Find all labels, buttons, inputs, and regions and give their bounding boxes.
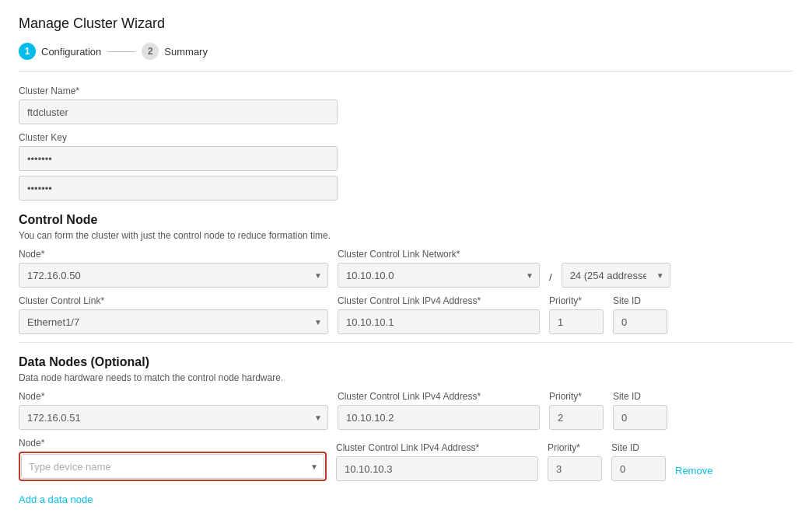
step-1: 1 Configuration [19,43,101,60]
dn2-node-field: Node* ▼ Type device name [19,438,327,481]
dn2-site-id-field: Site ID [611,442,666,481]
control-node-select[interactable]: 172.16.0.50 [19,263,328,288]
ccl-ipv4-input[interactable] [338,309,540,334]
wizard-container: Manage Cluster Wizard 1 Configuration 2 … [0,0,812,527]
dn2-site-id-label: Site ID [611,442,666,453]
site-id-field: Site ID [613,295,667,334]
section-divider [19,342,793,343]
control-node-row2: Cluster Control Link* Ethernet1/7 ▼ Clus… [19,295,793,334]
subnet-select-wrapper: 24 (254 addresses) ▼ [562,263,670,288]
cluster-key-input-2[interactable] [19,176,338,201]
subnet-label [562,249,670,260]
priority-field: Priority* [549,295,604,334]
ccl-network-label: Cluster Control Link Network* [338,249,540,260]
dn1-priority-input[interactable] [549,405,604,430]
remove-button[interactable]: Remove [675,465,712,481]
dn1-ccl-ipv4-label: Cluster Control Link IPv4 Address* [338,391,540,402]
data-nodes-subtext: Data node hardware needs to match the co… [19,372,793,383]
add-data-node-link[interactable]: Add a data node [19,494,93,505]
site-id-label: Site ID [613,295,667,306]
cluster-key-section: Cluster Key [19,132,793,201]
cluster-key-label: Cluster Key [19,132,793,143]
step-2: 2 Summary [142,43,208,60]
control-node-select-wrapper: 172.16.0.50 ▼ [19,263,328,288]
subnet-field: 24 (254 addresses) ▼ [562,249,670,288]
ccl-network-field: Cluster Control Link Network* 10.10.10.0… [338,249,540,288]
step-1-label: Configuration [41,46,101,58]
priority-label: Priority* [549,295,604,306]
site-id-input[interactable] [613,309,667,334]
step-2-label: Summary [164,46,208,58]
control-node-row1: Node* 172.16.0.50 ▼ Cluster Control Link… [19,249,793,288]
data-node-row1: Node* 172.16.0.51 ▼ Cluster Control Link… [19,391,793,430]
dn2-node-highlighted-border: ▼ Type device name [19,452,327,481]
control-node-heading: Control Node [19,213,793,227]
data-nodes-heading: Data Nodes (Optional) [19,355,793,369]
control-node-label: Node* [19,249,328,260]
wizard-steps: 1 Configuration 2 Summary [19,43,793,72]
ccl-network-select[interactable]: 10.10.10.0 [338,263,540,288]
ccl-network-select-wrapper: 10.10.10.0 ▼ [338,263,540,288]
dn1-priority-label: Priority* [549,391,604,402]
dn2-priority-field: Priority* [548,442,602,481]
dn1-ccl-ipv4-input[interactable] [338,405,540,430]
control-node-field: Node* 172.16.0.50 ▼ [19,249,328,288]
dn1-node-field: Node* 172.16.0.51 ▼ [19,391,328,430]
step-2-circle: 2 [142,43,159,60]
step-connector [107,51,135,52]
dn2-priority-input[interactable] [548,456,602,481]
ccl-ipv4-label: Cluster Control Link IPv4 Address* [338,295,540,306]
dn1-node-label: Node* [19,391,328,402]
step-1-circle: 1 [19,43,36,60]
cluster-name-label: Cluster Name* [19,86,793,96]
dn2-node-select[interactable] [21,454,324,479]
subnet-select[interactable]: 24 (254 addresses) [562,263,670,288]
cluster-name-input[interactable] [19,99,338,124]
control-node-subtext: You can form the cluster with just the c… [19,230,793,241]
dn2-ccl-ipv4-label: Cluster Control Link IPv4 Address* [336,442,538,453]
ccl-link-select[interactable]: Ethernet1/7 [19,309,328,334]
cluster-name-section: Cluster Name* [19,86,793,124]
dn2-ccl-ipv4-input[interactable] [336,456,538,481]
dn1-priority-field: Priority* [549,391,604,430]
dn1-site-id-label: Site ID [613,391,667,402]
dn1-node-select[interactable]: 172.16.0.51 [19,405,328,430]
dn2-ccl-ipv4-field: Cluster Control Link IPv4 Address* [336,442,538,481]
ccl-link-select-wrapper: Ethernet1/7 ▼ [19,309,328,334]
slash-divider: / [549,271,552,288]
dn2-priority-label: Priority* [548,442,602,453]
dn2-site-id-input[interactable] [611,456,666,481]
ccl-link-field: Cluster Control Link* Ethernet1/7 ▼ [19,295,328,334]
dn2-node-select-wrapper: ▼ Type device name [21,454,324,479]
dn1-ccl-ipv4-field: Cluster Control Link IPv4 Address* [338,391,540,430]
data-node-row2: Node* ▼ Type device name Cluster Control… [19,438,793,481]
ccl-link-label: Cluster Control Link* [19,295,328,306]
ccl-ipv4-field: Cluster Control Link IPv4 Address* [338,295,540,334]
dn2-node-label: Node* [19,438,327,448]
dn1-node-select-wrapper: 172.16.0.51 ▼ [19,405,328,430]
cluster-key-input-1[interactable] [19,146,338,171]
priority-input[interactable] [549,309,604,334]
dn1-site-id-field: Site ID [613,391,667,430]
dn1-site-id-input[interactable] [613,405,667,430]
wizard-title: Manage Cluster Wizard [19,16,793,32]
